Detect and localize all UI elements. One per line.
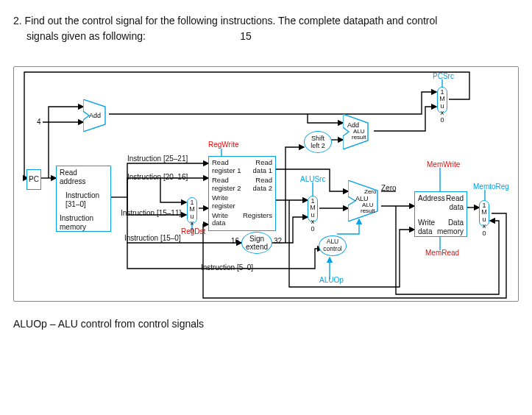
read-data1: Read data 1 bbox=[253, 159, 272, 175]
memwrite-label: MemWrite bbox=[427, 160, 460, 169]
question-text-line2: signals given as following: bbox=[26, 29, 146, 44]
question-number: 2. bbox=[13, 15, 22, 26]
mux-pcsrc: 1 M u x 0 bbox=[437, 87, 447, 113]
read-data2: Read data 2 bbox=[253, 177, 272, 193]
aluop-label: ALUOp bbox=[319, 276, 344, 284]
read-address-label: Read address bbox=[60, 169, 107, 185]
footer-note: ALUOp – ALU control from control signals bbox=[13, 318, 519, 330]
svg-text:result: result bbox=[352, 134, 366, 141]
instr-5-0: Instruction [5–0] bbox=[201, 263, 253, 272]
svg-text:result: result bbox=[361, 208, 375, 214]
svg-text:Add: Add bbox=[89, 112, 101, 119]
regwrite-label: RegWrite bbox=[208, 141, 239, 149]
read-reg2: Read register 2 bbox=[212, 177, 241, 193]
zero-out-label: Zero bbox=[381, 184, 397, 192]
svg-text:Zero: Zero bbox=[364, 188, 377, 195]
instruction-range-label: Instruction [31–0] bbox=[65, 191, 107, 208]
instruction-memory-label: Instruction memory bbox=[60, 214, 107, 231]
sign-extend-in: 16 bbox=[231, 237, 239, 245]
alu-control: ALU control bbox=[319, 235, 347, 256]
sign-extend: Sign extend bbox=[241, 232, 272, 254]
adder-2: Add ALU result bbox=[343, 114, 376, 149]
data-memory: Address Read data Write data Data memory bbox=[414, 191, 467, 237]
write-reg: Write register bbox=[212, 194, 272, 210]
pc-block: PC bbox=[26, 169, 41, 190]
pcsrc-label: PCSrc bbox=[433, 72, 454, 80]
const-4: 4 bbox=[37, 118, 41, 126]
question-text-line1: Find out the control signal for the foll… bbox=[25, 15, 438, 26]
dm-address: Address bbox=[418, 194, 445, 211]
instr-15-11: Instruction [15–11] bbox=[121, 209, 181, 217]
question-points: 15 bbox=[149, 29, 252, 44]
dm-write-data: Write data bbox=[418, 219, 435, 235]
regdst-label: RegDst bbox=[181, 227, 205, 235]
registers-title: Registers bbox=[243, 212, 272, 228]
memtoreg-label: MemtoReg bbox=[473, 182, 509, 191]
alu: Zero ALU ALU result bbox=[348, 180, 385, 221]
alusrc-label: ALUSrc bbox=[300, 175, 325, 183]
mux-alusrc: 1 M u x 0 bbox=[308, 196, 318, 222]
instr-25-21: Instruction [25–21] bbox=[127, 155, 188, 163]
pc-label: PC bbox=[29, 175, 39, 184]
instr-20-16: Instruction [20–16] bbox=[127, 173, 188, 181]
instruction-memory: Read address Instruction [31–0] Instruct… bbox=[56, 166, 111, 232]
question: 2. Find out the control signal for the f… bbox=[13, 13, 519, 44]
instr-15-0: Instruction [15–0] bbox=[124, 234, 181, 242]
shift-left-2: Shift left 2 bbox=[304, 131, 332, 153]
adder-1: Add bbox=[83, 99, 113, 132]
datapath-diagram: PC Add 4 Read address Instruction [31–0]… bbox=[13, 66, 519, 302]
dm-title: Data memory bbox=[437, 219, 464, 235]
read-reg1: Read register 1 bbox=[212, 159, 241, 175]
dm-read-data: Read data bbox=[446, 194, 464, 211]
mux-memtoreg: 1 M u x 0 bbox=[479, 200, 489, 227]
sign-extend-out: 32 bbox=[274, 237, 282, 245]
mux-regdst: 1 M u x 0 bbox=[187, 197, 197, 224]
registers-block: Read register 1 Read data 1 Read registe… bbox=[208, 156, 276, 231]
memread-label: MemRead bbox=[425, 249, 459, 257]
write-data: Write data bbox=[212, 212, 228, 228]
